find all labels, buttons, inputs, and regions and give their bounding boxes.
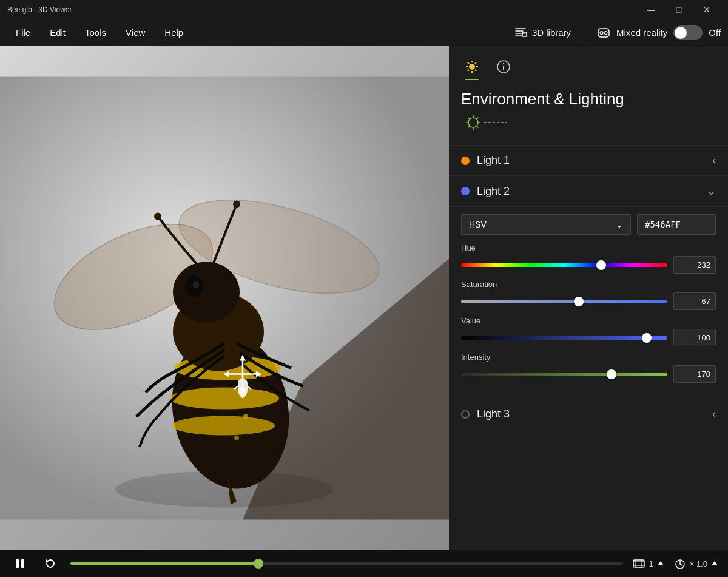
svg-point-28 xyxy=(469,64,475,70)
library-button[interactable]: 3D library xyxy=(508,24,577,42)
svg-point-12 xyxy=(173,262,240,323)
light-1-dot xyxy=(461,157,470,165)
light-1-label: Light 1 xyxy=(477,154,510,167)
playback-thumb[interactable] xyxy=(254,559,263,569)
menu-tools[interactable]: Tools xyxy=(76,24,115,41)
mixed-reality-section: Mixed reality Off xyxy=(597,25,721,40)
close-button[interactable]: ✕ xyxy=(693,0,721,19)
svg-rect-0 xyxy=(522,32,527,36)
light-2-chevron: ⌄ xyxy=(707,184,716,198)
main-content: Environment & Lighting Light 1 xyxy=(0,46,728,550)
speed-control[interactable]: × 1.0 xyxy=(674,558,718,569)
hue-value-box[interactable]: 232 xyxy=(673,256,716,274)
speed-chevron-up-icon xyxy=(711,560,718,567)
svg-point-10 xyxy=(172,416,275,436)
value-slider-row: Value 100 xyxy=(461,316,716,346)
hue-slider-row: Hue 232 xyxy=(461,243,716,274)
svg-point-9 xyxy=(170,388,279,410)
light-1-item[interactable]: Light 1 ‹ xyxy=(449,145,728,175)
color-picker-row: HSV ⌄ xyxy=(461,214,716,235)
viewer-panel[interactable] xyxy=(0,46,449,550)
menu-help[interactable]: Help xyxy=(156,24,192,41)
panel-header-icons xyxy=(449,46,728,83)
value-slider-thumb[interactable] xyxy=(642,333,652,343)
pause-icon xyxy=(15,558,25,569)
window-controls: — □ ✕ xyxy=(637,0,721,19)
color-mode-dropdown[interactable]: HSV ⌄ xyxy=(461,214,631,235)
svg-point-40 xyxy=(468,118,478,127)
saturation-label: Saturation xyxy=(461,280,716,289)
light-3-dot xyxy=(461,410,470,419)
svg-rect-51 xyxy=(21,559,24,568)
svg-marker-60 xyxy=(712,561,717,565)
hex-color-input[interactable] xyxy=(637,214,716,235)
bottom-toolbar: 1 × 1.0 xyxy=(0,550,728,577)
reset-button[interactable] xyxy=(40,556,61,572)
reset-icon xyxy=(45,558,56,569)
saturation-slider-track[interactable] xyxy=(461,300,667,303)
lighting-tab-button[interactable] xyxy=(461,56,483,78)
svg-point-1 xyxy=(600,31,603,34)
svg-line-36 xyxy=(468,70,469,71)
light-3-label: Light 3 xyxy=(477,408,510,420)
value-slider-track[interactable] xyxy=(461,336,667,340)
menu-divider xyxy=(587,24,587,41)
sun-icon xyxy=(465,59,479,74)
frame-control[interactable]: 1 xyxy=(633,558,664,569)
svg-line-35 xyxy=(475,62,476,64)
intensity-slider-thumb[interactable] xyxy=(607,369,616,379)
light-3-chevron: ‹ xyxy=(712,408,716,420)
intensity-label: Intensity xyxy=(461,353,716,362)
hue-slider-thumb[interactable] xyxy=(596,260,606,270)
right-panel: Environment & Lighting Light 1 xyxy=(449,46,728,550)
mixed-reality-state: Off xyxy=(709,27,721,38)
minimize-button[interactable]: — xyxy=(637,0,665,19)
playback-progress xyxy=(70,562,258,565)
bee-model xyxy=(0,46,449,550)
menu-edit[interactable]: Edit xyxy=(41,24,74,41)
light-2-item[interactable]: Light 2 ⌄ xyxy=(449,175,728,206)
info-tab-button[interactable] xyxy=(493,56,514,78)
intensity-value-box[interactable]: 170 xyxy=(673,365,716,383)
section-title: Environment & Lighting xyxy=(449,83,728,113)
svg-line-46 xyxy=(477,126,479,128)
hue-slider-container: 232 xyxy=(461,256,716,274)
hue-slider-track[interactable] xyxy=(461,263,667,267)
menu-items: File Edit Tools View Help xyxy=(7,24,508,41)
intensity-slider-track[interactable] xyxy=(461,373,667,376)
maximize-button[interactable]: □ xyxy=(665,0,693,19)
bottom-right-controls: 1 × 1.0 xyxy=(633,558,718,569)
menu-view[interactable]: View xyxy=(117,24,153,41)
svg-line-48 xyxy=(477,118,479,120)
light-2-expanded: HSV ⌄ Hue 232 Saturation xyxy=(449,206,728,399)
svg-point-14 xyxy=(193,282,199,289)
mixed-reality-toggle[interactable] xyxy=(673,25,703,40)
library-icon xyxy=(514,26,527,39)
light-1-chevron: ‹ xyxy=(712,154,716,167)
playback-bar[interactable] xyxy=(70,562,623,565)
saturation-slider-container: 67 xyxy=(461,292,716,310)
saturation-value-box[interactable]: 67 xyxy=(673,292,716,310)
value-value-box[interactable]: 100 xyxy=(673,329,716,346)
menu-file[interactable]: File xyxy=(7,24,39,41)
svg-point-39 xyxy=(503,63,504,64)
menu-right: 3D library Mixed reality Off xyxy=(508,24,721,42)
value-slider-container: 100 xyxy=(461,329,716,346)
saturation-slider-thumb[interactable] xyxy=(574,297,584,306)
window-title: Bee.glb - 3D Viewer xyxy=(7,5,72,14)
svg-line-33 xyxy=(468,62,469,64)
svg-line-47 xyxy=(468,126,470,128)
intensity-slider-row: Intensity 170 xyxy=(461,353,716,383)
frame-chevron-up-icon xyxy=(657,560,664,567)
svg-line-34 xyxy=(475,70,476,71)
pause-button[interactable] xyxy=(10,556,30,572)
dropdown-chevron-icon: ⌄ xyxy=(616,220,623,229)
saturation-slider-row: Saturation 67 xyxy=(461,280,716,310)
value-label: Value xyxy=(461,316,716,325)
svg-line-45 xyxy=(468,118,470,120)
mixed-reality-icon xyxy=(597,26,610,39)
library-label: 3D library xyxy=(532,27,571,38)
mixed-reality-label: Mixed reality xyxy=(616,27,667,38)
title-bar: Bee.glb - 3D Viewer — □ ✕ xyxy=(0,0,728,19)
light-3-item[interactable]: Light 3 ‹ xyxy=(449,399,728,429)
